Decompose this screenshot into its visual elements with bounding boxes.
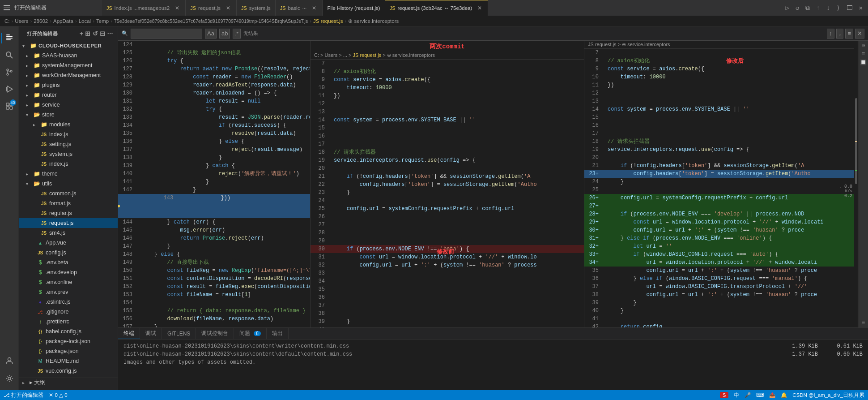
tab-system-js[interactable]: JS system.js (237, 0, 276, 16)
tree-item-package-lock[interactable]: {} package-lock.json (19, 336, 118, 346)
tree-item-modules[interactable]: ▸ 📁 modules (19, 120, 118, 129)
tree-item-package-json[interactable]: {} package.json (19, 346, 118, 356)
nav-up-button[interactable]: ↑ (814, 4, 821, 13)
tree-item-utils[interactable]: ▾ 📂 utils (19, 179, 118, 189)
tree-item-systemManagement[interactable]: ▸ 📁 systemManagement (19, 60, 118, 70)
title-bar: 打开的编辑器 JS index.js ...messagebus2 ✕ JS r… (0, 0, 868, 16)
tab-terminal[interactable]: 终端 (118, 328, 140, 339)
sidebar-icon-files[interactable] (1, 30, 17, 46)
tree-item-router[interactable]: ▸ 📁 router (19, 90, 118, 100)
tab-request-js[interactable]: JS request.js ✕ (186, 0, 237, 16)
tree-item-outline[interactable]: ▸ ▸ 大纲 (19, 378, 118, 387)
menu-icon[interactable] (4, 4, 11, 12)
tree-item-theme[interactable]: ▸ 📁 theme (19, 169, 118, 179)
sidebar-icon-git[interactable] (1, 64, 17, 80)
find-close-btn[interactable]: ✕ (855, 29, 864, 39)
tree-item-prettierrc[interactable]: } .prettierrc (19, 317, 118, 327)
tab-request-diff[interactable]: JS request.js (3cb24ac ↔ 75e3dea) ✕ (385, 0, 489, 16)
status-bell[interactable]: 🔔 (781, 392, 787, 398)
tree-item-env-online[interactable]: $ .env.online (19, 277, 118, 287)
tree-item-config-js[interactable]: JS config.js (19, 248, 118, 258)
right-sidebar-btn-2[interactable]: ≡ (862, 51, 865, 57)
right-sidebar-btn-3[interactable]: 🔲 (860, 59, 867, 66)
tab-index-messageBus2[interactable]: JS index.js ...messagebus2 ✕ (102, 0, 186, 16)
tree-item-request-js[interactable]: JS request.js (19, 218, 118, 228)
tree-item-setting-js[interactable]: JS setting.js (19, 139, 118, 149)
explorer-new-file[interactable]: + (80, 30, 84, 37)
middle-code-content[interactable]: C: > Users > ... > JS request.js > ⊕ ser… (311, 52, 584, 327)
tree-item-regular-js[interactable]: JS regular.js (19, 208, 118, 218)
code-line-150: 150 const fileReg = new RegExp('filename… (118, 267, 310, 275)
tree-item-env-develop[interactable]: $ .env.develop (19, 267, 118, 277)
tab-gitlens[interactable]: GITLENS (162, 328, 196, 339)
find-prev-btn[interactable]: ↑ (827, 29, 834, 39)
tree-item-format-js[interactable]: JS format.js (19, 198, 118, 208)
tree-item-workOrderManagement[interactable]: ▸ 📁 workOrderManagement (19, 70, 118, 80)
tree-item-root[interactable]: ▾ 📁 CLOUD-HOUSEKEEPER (19, 41, 118, 51)
split-button[interactable]: ⧉ (804, 4, 812, 13)
case-sensitive-btn[interactable]: Aa (205, 29, 217, 39)
tree-item-plugins[interactable]: ▸ 📁 plugins (19, 80, 118, 90)
tab-close-1[interactable]: ✕ (225, 4, 232, 12)
tab-file-history[interactable]: File History (request.js) (323, 0, 385, 16)
find-input[interactable]: singleSignOn (131, 29, 202, 39)
folder-icon-service: 📁 (33, 101, 40, 108)
sidebar-icon-account[interactable] (1, 353, 17, 369)
tree-item-gitignore[interactable]: ⎇ .gitignore (19, 307, 118, 317)
tab-action-buttons: ▷ ↺ ⧉ ↑ ↓ ⟩ 🗖 ✕ (783, 3, 864, 13)
tree-item-readme[interactable]: M README.md (19, 356, 118, 366)
tree-item-index-js-2[interactable]: JS index.js (19, 159, 118, 169)
close-editor-button[interactable]: ✕ (857, 3, 864, 13)
tree-item-babel-config[interactable]: {} babel.config.js (19, 327, 118, 336)
tree-item-store[interactable]: ▾ 📂 store (19, 110, 118, 120)
tree-item-sm4-js[interactable]: JS sm4.js (19, 228, 118, 238)
tree-item-common-js[interactable]: JS common.js (19, 189, 118, 198)
tree-item-service[interactable]: ▸ 📁 service (19, 100, 118, 110)
tab-close-3[interactable]: ✕ (311, 4, 318, 12)
right-sidebar-btn-bottom[interactable]: ≡ (862, 319, 865, 326)
maximize-button[interactable]: 🗖 (845, 4, 855, 13)
git-branch[interactable]: ⎇ 打开的编辑器 (4, 392, 43, 399)
errors-indicator[interactable]: ✕ 0 △ 0 (49, 392, 67, 398)
find-options-btn[interactable]: ≡ (845, 29, 853, 39)
tree-item-vue-config[interactable]: JS vue.config.js (19, 366, 118, 376)
find-next-btn[interactable]: ↓ (836, 29, 844, 39)
explorer-new-folder[interactable]: ⊞ (85, 30, 91, 37)
tab-output[interactable]: 输出 (267, 328, 289, 339)
sidebar-icon-search[interactable] (1, 47, 17, 63)
tab-debug-console[interactable]: 调试控制台 (196, 328, 234, 339)
tree-item-env-prev[interactable]: $ .env.prev (19, 287, 118, 297)
explorer-refresh[interactable]: ↺ (93, 30, 98, 37)
right-sidebar-btn-1[interactable]: ⌨ (862, 43, 865, 49)
tree-item-env-beta[interactable]: $ .env.beta (19, 258, 118, 267)
tab-close-5[interactable]: ✕ (476, 4, 483, 12)
explorer-more[interactable]: ··· (107, 30, 113, 37)
sidebar-icon-run[interactable] (1, 81, 17, 97)
tab-problems[interactable]: 问题 8 (234, 328, 267, 339)
tab-close-0[interactable]: ✕ (174, 4, 181, 12)
right-code-content[interactable]: JS request.js > ⊕ service.interceptors 7… (584, 41, 858, 327)
nav-down-button[interactable]: ↓ (825, 4, 832, 13)
terminal-content[interactable]: dist\online-huasan-20231019162623\skins\… (118, 340, 868, 390)
tree-item-saas-huasan[interactable]: ▸ 📁 SAAS-huasan (19, 51, 118, 60)
tree-item-app-vue[interactable]: ▲ App.vue (19, 238, 118, 248)
status-share[interactable]: 📤 (769, 392, 775, 398)
tab-basic[interactable]: JS basic ··· ✕ (276, 0, 323, 16)
tree-item-eslintrc[interactable]: ● .eslintrc.js (19, 297, 118, 307)
status-encoding[interactable]: 中 (734, 392, 739, 399)
history-button[interactable]: ↺ (794, 3, 801, 13)
tree-item-index-js[interactable]: JS index.js (19, 129, 118, 139)
run-button[interactable]: ▷ (783, 3, 791, 13)
left-code-content[interactable]: 124 125 // 导出失败 返回的json信息 126 try { 127 … (118, 41, 310, 327)
tab-debug[interactable]: 调试 (140, 328, 162, 339)
sidebar-icon-extensions[interactable]: 40 (1, 98, 17, 114)
explorer-collapse[interactable]: ⊟ (100, 30, 106, 37)
status-keyboard[interactable]: ⌨ (756, 392, 764, 398)
regex-btn[interactable]: .* (233, 29, 240, 39)
nav-right-button[interactable]: ⟩ (834, 3, 842, 13)
status-mic[interactable]: 🎤 (745, 392, 751, 398)
sidebar-icon-settings[interactable] (1, 370, 17, 387)
word-boundary-btn[interactable]: ab (219, 29, 230, 39)
js-icon-9: JS (40, 229, 47, 237)
tree-item-system-js[interactable]: JS system.js (19, 149, 118, 159)
